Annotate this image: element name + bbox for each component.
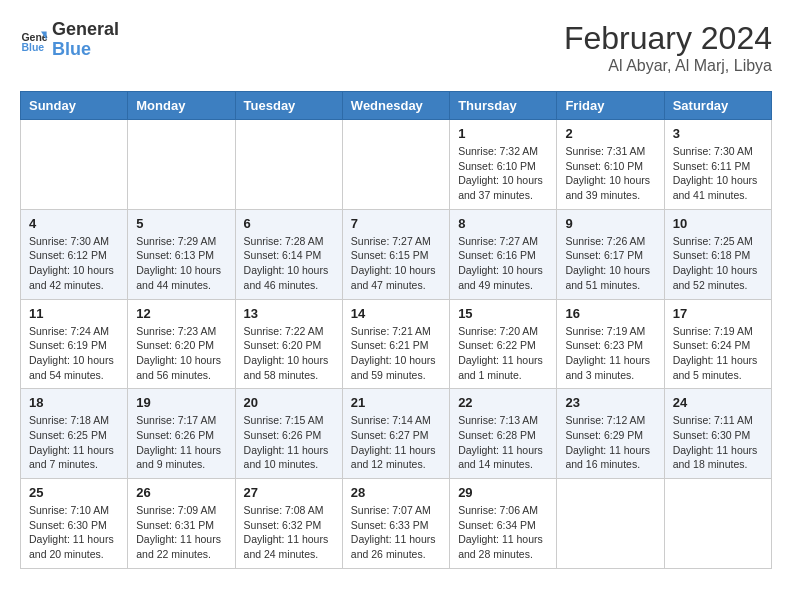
day-number: 20	[244, 395, 334, 410]
day-info: Sunrise: 7:11 AM Sunset: 6:30 PM Dayligh…	[673, 413, 763, 472]
day-info: Sunrise: 7:31 AM Sunset: 6:10 PM Dayligh…	[565, 144, 655, 203]
day-number: 27	[244, 485, 334, 500]
calendar-cell	[128, 120, 235, 210]
calendar-cell: 20Sunrise: 7:15 AM Sunset: 6:26 PM Dayli…	[235, 389, 342, 479]
calendar-cell: 23Sunrise: 7:12 AM Sunset: 6:29 PM Dayli…	[557, 389, 664, 479]
day-number: 18	[29, 395, 119, 410]
calendar-cell: 4Sunrise: 7:30 AM Sunset: 6:12 PM Daylig…	[21, 209, 128, 299]
calendar-header-row: SundayMondayTuesdayWednesdayThursdayFrid…	[21, 92, 772, 120]
svg-text:Blue: Blue	[21, 41, 44, 53]
day-number: 24	[673, 395, 763, 410]
calendar-cell: 29Sunrise: 7:06 AM Sunset: 6:34 PM Dayli…	[450, 479, 557, 569]
calendar-cell: 2Sunrise: 7:31 AM Sunset: 6:10 PM Daylig…	[557, 120, 664, 210]
calendar-cell: 11Sunrise: 7:24 AM Sunset: 6:19 PM Dayli…	[21, 299, 128, 389]
location-subtitle: Al Abyar, Al Marj, Libya	[564, 57, 772, 75]
day-number: 15	[458, 306, 548, 321]
logo: General Blue General Blue	[20, 20, 119, 60]
calendar-week-row: 1Sunrise: 7:32 AM Sunset: 6:10 PM Daylig…	[21, 120, 772, 210]
day-number: 8	[458, 216, 548, 231]
day-number: 10	[673, 216, 763, 231]
day-number: 29	[458, 485, 548, 500]
calendar-cell	[664, 479, 771, 569]
calendar-cell: 6Sunrise: 7:28 AM Sunset: 6:14 PM Daylig…	[235, 209, 342, 299]
calendar-cell	[342, 120, 449, 210]
day-number: 13	[244, 306, 334, 321]
calendar-cell: 25Sunrise: 7:10 AM Sunset: 6:30 PM Dayli…	[21, 479, 128, 569]
calendar-cell: 5Sunrise: 7:29 AM Sunset: 6:13 PM Daylig…	[128, 209, 235, 299]
logo-line1: General	[52, 20, 119, 40]
calendar-week-row: 4Sunrise: 7:30 AM Sunset: 6:12 PM Daylig…	[21, 209, 772, 299]
day-info: Sunrise: 7:23 AM Sunset: 6:20 PM Dayligh…	[136, 324, 226, 383]
day-number: 3	[673, 126, 763, 141]
calendar-cell: 18Sunrise: 7:18 AM Sunset: 6:25 PM Dayli…	[21, 389, 128, 479]
calendar-cell: 1Sunrise: 7:32 AM Sunset: 6:10 PM Daylig…	[450, 120, 557, 210]
day-info: Sunrise: 7:19 AM Sunset: 6:24 PM Dayligh…	[673, 324, 763, 383]
calendar-cell: 12Sunrise: 7:23 AM Sunset: 6:20 PM Dayli…	[128, 299, 235, 389]
day-number: 1	[458, 126, 548, 141]
calendar-cell: 16Sunrise: 7:19 AM Sunset: 6:23 PM Dayli…	[557, 299, 664, 389]
day-info: Sunrise: 7:24 AM Sunset: 6:19 PM Dayligh…	[29, 324, 119, 383]
day-info: Sunrise: 7:10 AM Sunset: 6:30 PM Dayligh…	[29, 503, 119, 562]
day-info: Sunrise: 7:26 AM Sunset: 6:17 PM Dayligh…	[565, 234, 655, 293]
calendar-week-row: 18Sunrise: 7:18 AM Sunset: 6:25 PM Dayli…	[21, 389, 772, 479]
day-number: 11	[29, 306, 119, 321]
day-info: Sunrise: 7:17 AM Sunset: 6:26 PM Dayligh…	[136, 413, 226, 472]
calendar-cell: 26Sunrise: 7:09 AM Sunset: 6:31 PM Dayli…	[128, 479, 235, 569]
calendar-cell: 10Sunrise: 7:25 AM Sunset: 6:18 PM Dayli…	[664, 209, 771, 299]
logo-line2: Blue	[52, 40, 119, 60]
day-info: Sunrise: 7:08 AM Sunset: 6:32 PM Dayligh…	[244, 503, 334, 562]
day-info: Sunrise: 7:30 AM Sunset: 6:12 PM Dayligh…	[29, 234, 119, 293]
day-of-week-header: Wednesday	[342, 92, 449, 120]
day-number: 14	[351, 306, 441, 321]
page-header: General Blue General Blue February 2024 …	[20, 20, 772, 75]
day-info: Sunrise: 7:29 AM Sunset: 6:13 PM Dayligh…	[136, 234, 226, 293]
day-number: 6	[244, 216, 334, 231]
day-number: 9	[565, 216, 655, 231]
calendar-cell: 22Sunrise: 7:13 AM Sunset: 6:28 PM Dayli…	[450, 389, 557, 479]
day-of-week-header: Thursday	[450, 92, 557, 120]
day-info: Sunrise: 7:27 AM Sunset: 6:15 PM Dayligh…	[351, 234, 441, 293]
day-of-week-header: Tuesday	[235, 92, 342, 120]
calendar-cell: 3Sunrise: 7:30 AM Sunset: 6:11 PM Daylig…	[664, 120, 771, 210]
day-number: 21	[351, 395, 441, 410]
day-info: Sunrise: 7:19 AM Sunset: 6:23 PM Dayligh…	[565, 324, 655, 383]
calendar-table: SundayMondayTuesdayWednesdayThursdayFrid…	[20, 91, 772, 569]
month-year-title: February 2024	[564, 20, 772, 57]
day-info: Sunrise: 7:15 AM Sunset: 6:26 PM Dayligh…	[244, 413, 334, 472]
calendar-cell: 15Sunrise: 7:20 AM Sunset: 6:22 PM Dayli…	[450, 299, 557, 389]
day-info: Sunrise: 7:09 AM Sunset: 6:31 PM Dayligh…	[136, 503, 226, 562]
day-of-week-header: Saturday	[664, 92, 771, 120]
day-info: Sunrise: 7:22 AM Sunset: 6:20 PM Dayligh…	[244, 324, 334, 383]
day-info: Sunrise: 7:20 AM Sunset: 6:22 PM Dayligh…	[458, 324, 548, 383]
day-info: Sunrise: 7:28 AM Sunset: 6:14 PM Dayligh…	[244, 234, 334, 293]
day-info: Sunrise: 7:32 AM Sunset: 6:10 PM Dayligh…	[458, 144, 548, 203]
day-of-week-header: Sunday	[21, 92, 128, 120]
calendar-cell: 27Sunrise: 7:08 AM Sunset: 6:32 PM Dayli…	[235, 479, 342, 569]
day-number: 12	[136, 306, 226, 321]
day-number: 26	[136, 485, 226, 500]
day-info: Sunrise: 7:21 AM Sunset: 6:21 PM Dayligh…	[351, 324, 441, 383]
calendar-cell: 9Sunrise: 7:26 AM Sunset: 6:17 PM Daylig…	[557, 209, 664, 299]
day-info: Sunrise: 7:30 AM Sunset: 6:11 PM Dayligh…	[673, 144, 763, 203]
calendar-cell: 19Sunrise: 7:17 AM Sunset: 6:26 PM Dayli…	[128, 389, 235, 479]
day-number: 22	[458, 395, 548, 410]
calendar-cell: 24Sunrise: 7:11 AM Sunset: 6:30 PM Dayli…	[664, 389, 771, 479]
day-info: Sunrise: 7:06 AM Sunset: 6:34 PM Dayligh…	[458, 503, 548, 562]
day-of-week-header: Monday	[128, 92, 235, 120]
calendar-week-row: 11Sunrise: 7:24 AM Sunset: 6:19 PM Dayli…	[21, 299, 772, 389]
day-info: Sunrise: 7:27 AM Sunset: 6:16 PM Dayligh…	[458, 234, 548, 293]
day-number: 19	[136, 395, 226, 410]
title-block: February 2024 Al Abyar, Al Marj, Libya	[564, 20, 772, 75]
calendar-cell	[557, 479, 664, 569]
day-number: 28	[351, 485, 441, 500]
day-info: Sunrise: 7:13 AM Sunset: 6:28 PM Dayligh…	[458, 413, 548, 472]
calendar-cell: 14Sunrise: 7:21 AM Sunset: 6:21 PM Dayli…	[342, 299, 449, 389]
day-info: Sunrise: 7:12 AM Sunset: 6:29 PM Dayligh…	[565, 413, 655, 472]
day-of-week-header: Friday	[557, 92, 664, 120]
calendar-week-row: 25Sunrise: 7:10 AM Sunset: 6:30 PM Dayli…	[21, 479, 772, 569]
calendar-cell: 13Sunrise: 7:22 AM Sunset: 6:20 PM Dayli…	[235, 299, 342, 389]
day-info: Sunrise: 7:14 AM Sunset: 6:27 PM Dayligh…	[351, 413, 441, 472]
calendar-cell: 21Sunrise: 7:14 AM Sunset: 6:27 PM Dayli…	[342, 389, 449, 479]
day-info: Sunrise: 7:25 AM Sunset: 6:18 PM Dayligh…	[673, 234, 763, 293]
calendar-cell: 7Sunrise: 7:27 AM Sunset: 6:15 PM Daylig…	[342, 209, 449, 299]
